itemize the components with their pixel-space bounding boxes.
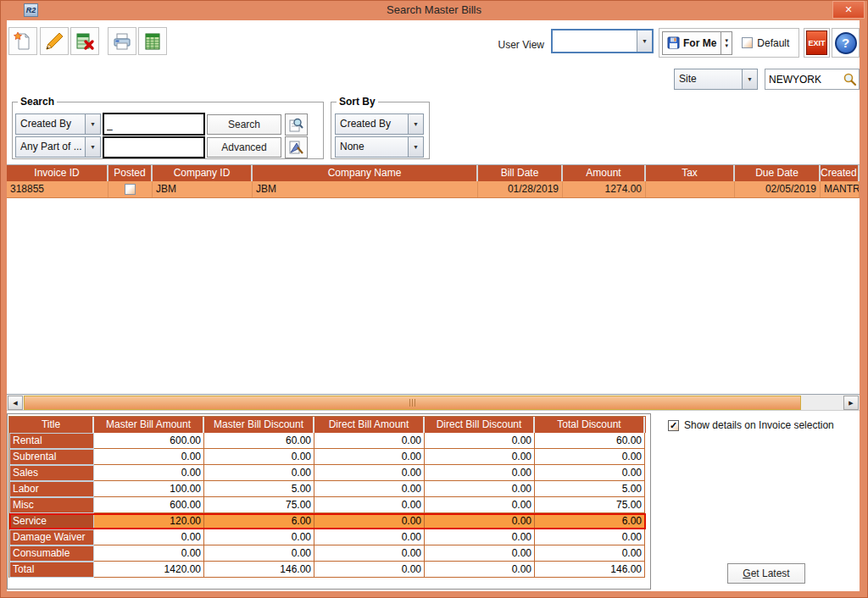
- scroll-right-button[interactable]: ▶: [843, 396, 859, 410]
- site-dropdown-button[interactable]: ▼: [742, 69, 757, 89]
- summary-row[interactable]: Subrental0.000.000.000.000.00: [9, 449, 646, 465]
- summary-value-cell: 0.00: [535, 545, 645, 562]
- cell-due_date: 02/05/2019: [735, 181, 821, 197]
- chevron-down-icon: ▼: [90, 144, 96, 150]
- advanced-button[interactable]: Advanced: [207, 137, 281, 158]
- get-latest-button[interactable]: Get Latest: [727, 563, 805, 584]
- column-header-company_name[interactable]: Company Name: [253, 165, 478, 181]
- summary-value-cell: 0.00: [425, 481, 535, 497]
- column-header-posted[interactable]: Posted: [108, 165, 153, 181]
- title-bar: R2 Search Master Bills ✕: [0, 0, 868, 20]
- user-view-value: [553, 30, 637, 52]
- match-value-input[interactable]: [103, 136, 205, 158]
- advanced-filter-button[interactable]: [285, 136, 308, 158]
- user-view-dropdown[interactable]: ▼: [551, 29, 654, 53]
- export-spreadsheet-button[interactable]: [138, 27, 167, 55]
- for-me-spinner-button[interactable]: ▼ ▼: [721, 31, 732, 55]
- spin-down-icon: ▼: [724, 43, 729, 48]
- summary-row[interactable]: Service120.006.000.000.006.00: [9, 513, 646, 529]
- horizontal-scrollbar[interactable]: ◀ ▶: [7, 394, 860, 411]
- summary-column-header: Direct Bill Amount: [314, 417, 425, 433]
- close-button[interactable]: ✕: [832, 1, 865, 19]
- search-button-label: Search: [228, 119, 260, 130]
- summary-panel: TitleMaster Bill AmountMaster Bill Disco…: [7, 413, 651, 590]
- posted-checkbox[interactable]: [125, 184, 136, 195]
- cell-tax: [646, 181, 735, 197]
- print-button[interactable]: [108, 27, 136, 55]
- sortby-groupbox: Sort By Created By ▼ None ▼: [331, 102, 430, 159]
- summary-value-cell: 0.00: [94, 449, 204, 465]
- summary-value-cell: 1420.00: [94, 562, 204, 578]
- summary-value-cell: 5.00: [535, 481, 645, 497]
- site-dropdown[interactable]: Site ▼: [674, 69, 758, 90]
- summary-row[interactable]: Sales0.000.000.000.000.00: [9, 465, 646, 481]
- edit-record-button[interactable]: [40, 27, 69, 55]
- column-header-tax[interactable]: Tax: [646, 165, 735, 181]
- show-details-option: ✓ Show details on Invoice selection: [668, 419, 834, 431]
- invoice-grid-body: 318855JBMJBM01/28/20191274.0002/05/2019M…: [7, 181, 860, 198]
- summary-value-cell: 0.00: [425, 545, 535, 562]
- summary-value-cell: 0.00: [204, 529, 314, 545]
- default-checkbox[interactable]: [742, 37, 753, 48]
- exit-button[interactable]: EXIT: [806, 30, 827, 55]
- summary-value-cell: 600.00: [94, 497, 204, 513]
- search-preview-button[interactable]: [285, 114, 308, 136]
- summary-column-header: Master Bill Amount: [94, 417, 204, 433]
- magnifier-icon[interactable]: [843, 72, 857, 86]
- summary-value-cell: 0.00: [425, 497, 535, 513]
- search-button[interactable]: Search: [207, 114, 281, 135]
- sort-secondary-dropdown[interactable]: None ▼: [335, 136, 424, 158]
- user-view-dropdown-button[interactable]: ▼: [637, 30, 652, 52]
- summary-row[interactable]: Total1420.00146.000.000.00146.00: [9, 562, 646, 578]
- delete-record-icon: [75, 31, 95, 52]
- sortby-legend: Sort By: [337, 96, 378, 108]
- scroll-left-button[interactable]: ◀: [8, 396, 23, 410]
- summary-title-cell: Total: [9, 562, 94, 578]
- for-me-label: For Me: [683, 37, 716, 49]
- cell-company_name: JBM: [253, 181, 478, 197]
- column-header-invoice_id[interactable]: Invoice ID: [7, 165, 108, 181]
- show-details-checkbox[interactable]: ✓: [668, 420, 679, 431]
- summary-row[interactable]: Misc600.0075.000.000.0075.00: [9, 497, 646, 513]
- new-record-button[interactable]: [8, 27, 37, 55]
- summary-row[interactable]: Rental600.0060.000.000.0060.00: [9, 433, 646, 449]
- summary-value-cell: 0.00: [204, 449, 314, 465]
- search-value-input[interactable]: [103, 113, 205, 136]
- column-header-created_by[interactable]: Created By: [821, 165, 860, 181]
- cell-amount: 1274.00: [563, 181, 646, 197]
- summary-value-cell: 0.00: [314, 545, 425, 562]
- summary-row[interactable]: Consumable0.000.000.000.000.00: [9, 545, 646, 562]
- match-mode-dropdown-button[interactable]: ▼: [85, 137, 100, 157]
- scroll-right-icon: ▶: [849, 400, 853, 407]
- invoice-grid-header: Invoice IDPostedCompany IDCompany NameBi…: [7, 165, 860, 181]
- window-title: Search Master Bills: [0, 3, 868, 16]
- location-input[interactable]: [765, 74, 843, 86]
- summary-value-cell: 146.00: [204, 562, 314, 578]
- invoice-row[interactable]: 318855JBMJBM01/28/20191274.0002/05/2019M…: [7, 181, 860, 198]
- summary-row[interactable]: Labor100.005.000.000.005.00: [9, 481, 646, 497]
- column-header-amount[interactable]: Amount: [563, 165, 646, 181]
- search-groupbox: Search Created By ▼ Search Any: [12, 102, 324, 159]
- sort-secondary-dropdown-button[interactable]: ▼: [408, 137, 423, 157]
- delete-record-button[interactable]: [70, 27, 99, 55]
- summary-title-cell: Subrental: [9, 449, 94, 465]
- search-field-dropdown[interactable]: Created By ▼: [15, 114, 101, 135]
- help-button[interactable]: ?: [835, 32, 857, 54]
- summary-row[interactable]: Damage Waiver0.000.000.000.000.00: [9, 529, 646, 545]
- summary-value-cell: 0.00: [94, 545, 204, 562]
- sort-secondary-value: None: [336, 137, 408, 157]
- scrollbar-thumb[interactable]: [24, 396, 801, 410]
- cell-invoice_id: 318855: [7, 181, 108, 197]
- save-for-me-button[interactable]: For Me: [662, 31, 721, 55]
- help-panel: ?: [832, 28, 860, 58]
- column-header-company_id[interactable]: Company ID: [153, 165, 253, 181]
- sort-primary-dropdown-button[interactable]: ▼: [408, 114, 423, 134]
- exit-panel: EXIT: [804, 28, 830, 58]
- sort-primary-dropdown[interactable]: Created By ▼: [335, 114, 424, 135]
- match-mode-dropdown[interactable]: Any Part of ... ▼: [15, 136, 101, 158]
- edit-pencil-icon: [44, 31, 64, 52]
- column-header-due_date[interactable]: Due Date: [735, 165, 821, 181]
- search-field-dropdown-button[interactable]: ▼: [85, 114, 100, 134]
- summary-title-cell: Misc: [9, 497, 94, 513]
- column-header-bill_date[interactable]: Bill Date: [478, 165, 563, 181]
